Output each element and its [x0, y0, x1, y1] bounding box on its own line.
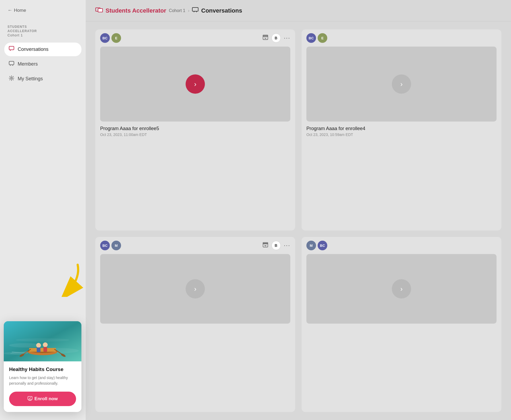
program-title: Students Accellerator: [106, 7, 166, 14]
avatar-e-2: E: [318, 33, 327, 43]
svg-rect-23: [192, 7, 198, 11]
card-thumbnail-2[interactable]: ›: [306, 47, 497, 122]
sidebar: ← Home STUDENTS ACCELLERATOR Cohort 1 Co…: [0, 0, 86, 420]
avatar-bc-3: BC: [100, 241, 110, 250]
enroll-icon: [28, 396, 32, 402]
avatar-bc-4: BC: [318, 241, 327, 250]
avatar-bc-1: BC: [100, 33, 110, 43]
card-thumbnail-1[interactable]: ›: [100, 47, 290, 122]
course-card-popup: Healthy Habits Course Learn how to get (…: [4, 321, 81, 412]
sidebar-item-members[interactable]: Members: [4, 57, 81, 71]
sidebar-item-settings[interactable]: My Settings: [4, 72, 81, 86]
course-card-image: [4, 321, 81, 361]
svg-rect-21: [98, 9, 103, 12]
card-actions-1: B ···: [262, 33, 290, 43]
card-date-1: Oct 23, 2023, 11:00am EDT: [100, 133, 290, 137]
back-arrow-icon: ←: [7, 7, 12, 13]
program-icon: [95, 7, 103, 14]
svg-rect-15: [37, 347, 40, 352]
yellow-arrow: [54, 262, 86, 297]
current-section-title: Conversations: [201, 7, 242, 14]
svg-point-2: [11, 77, 12, 79]
avatar-bc-2: BC: [306, 33, 316, 43]
conversation-card-4: M BC ›: [302, 237, 501, 412]
settings-label: My Settings: [18, 76, 43, 82]
settings-icon: [9, 75, 14, 82]
course-card-title: Healthy Habits Course: [9, 366, 76, 373]
avatar-b-1[interactable]: B: [272, 33, 281, 43]
card-info-2: Program Aaaa for enrollee4 Oct 23, 2023,…: [302, 122, 501, 142]
card-title-1: Program Aaaa for enrollee5: [100, 126, 290, 131]
card-header-1: BC E B ···: [95, 29, 295, 47]
play-button-1[interactable]: ›: [186, 74, 205, 94]
group-label: STUDENTS ACCELLERATOR Cohort 1: [0, 17, 86, 39]
card-avatars-4: M BC: [306, 241, 327, 250]
svg-point-6: [16, 338, 69, 342]
play-button-4[interactable]: ›: [392, 279, 411, 298]
conversation-card-1: BC E B ··· ›: [95, 29, 295, 230]
cohort-label: Cohort 1: [169, 8, 185, 13]
back-button[interactable]: ← Home: [7, 7, 26, 13]
breadcrumb: Students Accellerator Cohort 1 › Convers…: [95, 7, 242, 14]
card-avatars-1: BC E: [100, 33, 121, 43]
play-button-2[interactable]: ›: [392, 74, 411, 94]
card-header-4: M BC: [302, 237, 501, 254]
conversation-card-2: BC E › Program Aaaa for enrollee4 Oct 23…: [302, 29, 501, 230]
sidebar-nav: Conversations Members My Settings: [0, 39, 86, 89]
card-info-1: Program Aaaa for enrollee5 Oct 23, 2023,…: [95, 122, 295, 142]
topbar: Students Accellerator Cohort 1 › Convers…: [86, 0, 511, 21]
card-header-2: BC E: [302, 29, 501, 47]
enroll-label: Enroll now: [35, 396, 58, 402]
course-card-description: Learn how to get (and stay) healthy pers…: [9, 375, 76, 386]
svg-point-16: [43, 342, 48, 347]
conversations-label: Conversations: [18, 47, 48, 52]
conversations-grid: BC E B ··· ›: [86, 21, 511, 420]
avatar-b-3[interactable]: B: [272, 241, 281, 250]
sidebar-header: ← Home: [0, 0, 86, 17]
svg-rect-17: [43, 347, 47, 352]
card-avatars-2: BC E: [306, 33, 327, 43]
main-content: Students Accellerator Cohort 1 › Convers…: [86, 0, 511, 420]
archive-icon-1[interactable]: [262, 35, 268, 42]
card-actions-3: B ···: [262, 241, 290, 250]
enroll-now-button[interactable]: Enroll now: [9, 392, 76, 406]
card-thumbnail-3[interactable]: ›: [100, 254, 290, 324]
conversations-icon: [9, 46, 14, 53]
archive-icon-3[interactable]: [262, 242, 268, 249]
svg-rect-0: [9, 46, 14, 50]
course-card-body: Healthy Habits Course Learn how to get (…: [4, 361, 81, 412]
svg-rect-9: [29, 348, 56, 352]
more-icon-3[interactable]: ···: [284, 242, 290, 249]
card-thumbnail-4[interactable]: ›: [306, 254, 497, 324]
more-icon-1[interactable]: ···: [284, 35, 290, 41]
avatar-e-1: E: [111, 33, 121, 43]
svg-point-14: [36, 343, 41, 348]
card-avatars-3: BC M: [100, 241, 121, 250]
members-label: Members: [18, 61, 38, 67]
avatar-m-3: M: [111, 241, 121, 250]
current-section-icon: [192, 7, 198, 14]
card-title-2: Program Aaaa for enrollee4: [306, 126, 497, 131]
card-header-3: BC M B ···: [95, 237, 295, 254]
conversation-card-3: BC M B ··· ›: [95, 237, 295, 412]
members-icon: [9, 60, 14, 68]
play-button-3[interactable]: ›: [186, 279, 205, 298]
back-label: Home: [14, 8, 26, 13]
sidebar-item-conversations[interactable]: Conversations: [4, 43, 81, 56]
breadcrumb-separator: ›: [188, 8, 189, 13]
svg-rect-1: [9, 61, 14, 65]
card-date-2: Oct 23, 2023, 10:59am EDT: [306, 133, 497, 137]
avatar-m-4: M: [306, 241, 316, 250]
